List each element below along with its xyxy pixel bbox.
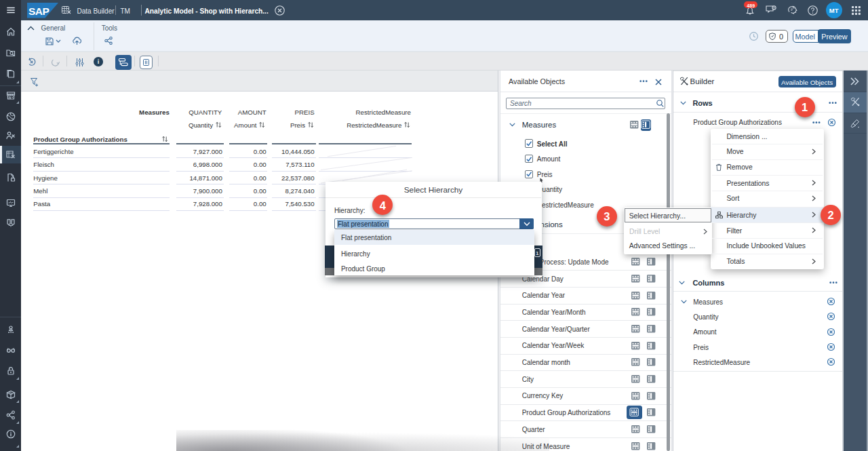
- svg-text:SAP: SAP: [28, 5, 50, 17]
